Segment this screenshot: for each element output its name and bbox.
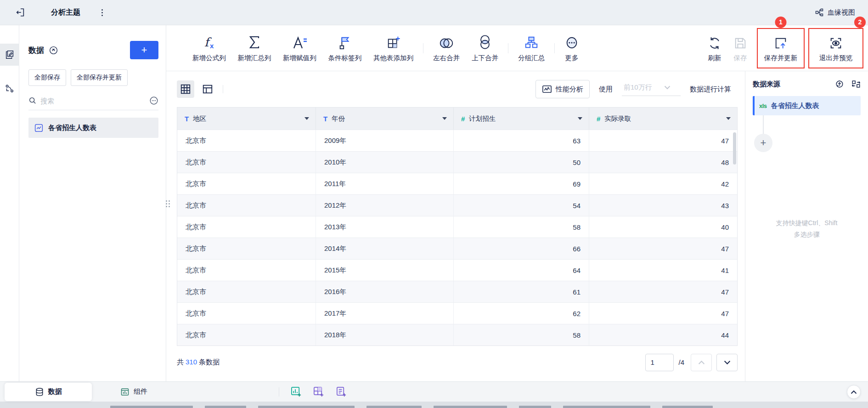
new-aggregate-column-button[interactable]: 新增汇总列 <box>232 34 277 62</box>
table-row[interactable]: 北京市2010年5048 <box>177 151 737 173</box>
step-connector-line <box>763 115 764 134</box>
add-dashboard-icon[interactable] <box>313 386 324 397</box>
other-table-add-column-button[interactable]: 其他表添加列 <box>367 34 419 62</box>
table-cell: 北京市 <box>177 195 316 216</box>
group-summary-button[interactable]: 分组汇总 <box>512 34 551 62</box>
add-report-icon[interactable] <box>335 386 347 397</box>
table-body: 北京市2009年6347北京市2010年5048北京市2011年6942北京市2… <box>177 130 737 346</box>
column-header-year[interactable]: T 年份 <box>316 108 454 130</box>
add-step-button[interactable]: + <box>754 134 772 152</box>
table-row[interactable]: 北京市2014年6647 <box>177 238 737 259</box>
new-formula-column-button[interactable]: f x 新增公式列 <box>186 34 232 62</box>
page-number-input[interactable] <box>645 354 674 371</box>
table-row[interactable]: 北京市2013年5840 <box>177 216 737 238</box>
sigma-icon <box>247 34 262 50</box>
more-button[interactable]: 更多 <box>558 34 585 62</box>
tab-component[interactable]: 组件 <box>108 383 159 401</box>
text-type-icon: T <box>185 115 189 123</box>
search-input[interactable] <box>40 97 146 105</box>
save-all-button[interactable]: 全部保存 <box>28 69 66 86</box>
rail-flow-icon[interactable] <box>0 78 19 100</box>
refresh-icon <box>708 34 721 50</box>
previous-page-button[interactable] <box>691 354 712 371</box>
column-dropdown-caret[interactable] <box>726 117 731 120</box>
table-cell: 54 <box>454 195 589 216</box>
condition-tag-column-button[interactable]: 条件标签列 <box>322 34 368 62</box>
bottombar-divider <box>279 387 279 397</box>
exit-icon[interactable] <box>15 7 25 17</box>
merge-top-bottom-button[interactable]: 上下合并 <box>466 34 504 62</box>
column-header-planned[interactable]: # 计划招生 <box>454 108 589 130</box>
svg-text:x: x <box>210 42 214 50</box>
search-more-icon[interactable] <box>149 96 158 105</box>
table-header: T 地区 T 年份 # 计划招生 <box>177 108 737 130</box>
venn-vertical-icon <box>478 34 492 50</box>
panel-splitter-handle[interactable] <box>166 200 170 207</box>
search-bar <box>28 96 158 110</box>
text-type-icon: T <box>323 115 327 123</box>
table-row[interactable]: 北京市2016年6147 <box>177 281 737 302</box>
data-panel-title: 数据 <box>28 45 44 56</box>
dataset-name: 各省招生人数表 <box>48 124 96 132</box>
multi-select-hint: 支持快捷键Ctrl、Shift 多选步骤 <box>745 217 868 240</box>
table-cell: 64 <box>454 260 589 281</box>
datasource-step-item[interactable]: xls 各省招生人数表 <box>753 96 861 115</box>
title-menu-kebab-icon[interactable] <box>100 7 105 18</box>
table-area: 性能分析 使用 前10万行 数据进行计算 <box>166 71 745 381</box>
rail-edit-table-icon[interactable] <box>0 44 19 66</box>
column-label: 实际录取 <box>604 114 631 123</box>
number-type-icon: # <box>597 115 600 123</box>
table-row[interactable]: 北京市2018年5844 <box>177 324 737 346</box>
merge-left-right-button[interactable]: 左右合并 <box>427 34 466 62</box>
table-cell: 58 <box>454 216 589 238</box>
save-button[interactable]: 保存 <box>727 34 753 62</box>
column-label: 地区 <box>193 114 206 123</box>
swap-steps-icon[interactable] <box>851 79 861 89</box>
next-page-button[interactable] <box>716 354 738 371</box>
table-cell: 2009年 <box>316 130 454 151</box>
flag-icon <box>338 34 352 50</box>
refresh-button[interactable]: 刷新 <box>702 34 727 62</box>
vertical-scrollbar-thumb[interactable] <box>733 132 736 164</box>
update-data-icon[interactable] <box>835 79 844 89</box>
table-cell: 61 <box>454 281 589 302</box>
table-cell: 58 <box>454 324 589 346</box>
lineage-label: 血缘视图 <box>828 8 855 17</box>
table-cell: 47 <box>589 238 737 259</box>
dataset-list-item[interactable]: 各省招生人数表 <box>28 118 158 138</box>
save-all-update-button[interactable]: 全部保存并更新 <box>71 69 128 86</box>
collapse-all-icon[interactable] <box>49 45 58 55</box>
table-cell: 40 <box>589 216 737 238</box>
save-and-update-button[interactable]: 保存并更新 <box>758 34 804 62</box>
toolbar-divider <box>423 43 423 53</box>
top-bar: 分析主题 血缘视图 <box>0 0 868 25</box>
row-limit-select[interactable]: 前10万行 <box>622 82 681 96</box>
exit-and-preview-button[interactable]: 退出并预览 <box>813 34 859 62</box>
table-row[interactable]: 北京市2009年6347 <box>177 130 737 151</box>
performance-analysis-button[interactable]: 性能分析 <box>535 80 590 98</box>
calc-label: 数据进行计算 <box>690 85 731 94</box>
table-row[interactable]: 北京市2011年6942 <box>177 173 737 194</box>
column-label: 计划招生 <box>469 114 496 123</box>
column-dropdown-caret[interactable] <box>578 117 582 120</box>
collapse-bottom-panel-button[interactable] <box>847 385 861 399</box>
column-header-actual[interactable]: # 实际录取 <box>589 108 737 130</box>
component-chart-icon <box>120 387 130 397</box>
table-row[interactable]: 北京市2015年6441 <box>177 259 737 281</box>
layout-view-toggle[interactable] <box>199 80 216 98</box>
table-cell: 47 <box>589 130 737 151</box>
lineage-view-button[interactable]: 血缘视图 <box>815 8 855 17</box>
grid-view-toggle[interactable] <box>177 80 194 98</box>
tab-data[interactable]: 数据 <box>5 383 92 401</box>
table-cell: 2018年 <box>316 324 454 346</box>
column-header-region[interactable]: T 地区 <box>177 108 316 130</box>
add-dataset-button[interactable]: + <box>130 41 158 59</box>
new-assign-column-button[interactable]: 新增赋值列 <box>277 34 322 62</box>
column-dropdown-caret[interactable] <box>304 117 309 120</box>
column-dropdown-caret[interactable] <box>442 117 447 120</box>
add-chart-icon[interactable] <box>290 386 302 397</box>
page-total-label: /4 <box>678 358 684 366</box>
table-row[interactable]: 北京市2012年5443 <box>177 194 737 216</box>
step-name: 各省招生人数表 <box>771 102 819 110</box>
table-row[interactable]: 北京市2017年6247 <box>177 302 737 324</box>
